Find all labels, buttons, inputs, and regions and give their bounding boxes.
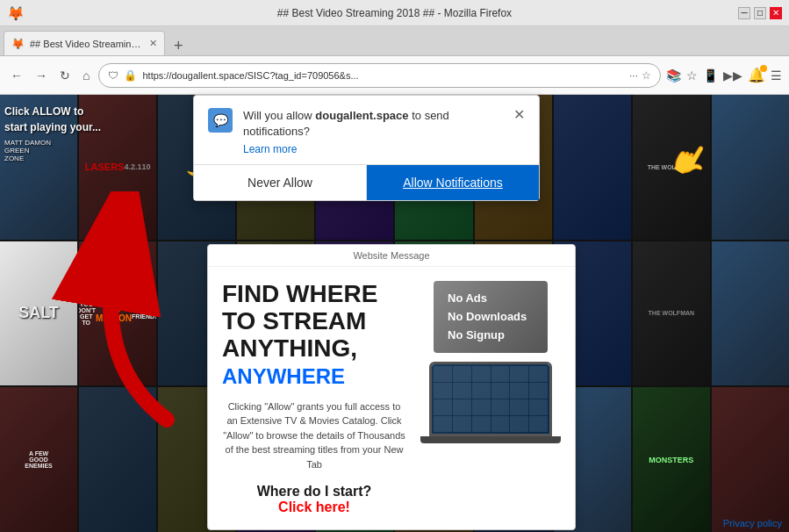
library-icon[interactable]: 📚 bbox=[666, 68, 681, 83]
home-button[interactable]: ⌂ bbox=[79, 65, 93, 86]
popup-left-section: FIND WHERE TO STREAM ANYTHING, ANYWHERE … bbox=[222, 281, 406, 515]
window-controls: ─ □ ✕ bbox=[738, 7, 782, 19]
movie-poster: YOU DON'TGET TO500 MILLIONFRIENDS bbox=[79, 241, 156, 386]
laptop-cell bbox=[434, 416, 452, 432]
options-icon[interactable]: ··· bbox=[629, 69, 638, 82]
new-tab-button[interactable]: + bbox=[169, 37, 189, 55]
popup-main-title: FIND WHERE TO STREAM ANYTHING, bbox=[222, 281, 406, 362]
laptop-cell bbox=[491, 399, 510, 415]
laptop-screen bbox=[432, 364, 549, 434]
laptop-cell bbox=[453, 399, 471, 415]
laptop-cell bbox=[529, 383, 548, 399]
no-ads-line2: No Downloads bbox=[448, 310, 527, 323]
movie-poster bbox=[712, 95, 789, 240]
learn-more-link[interactable]: Learn more bbox=[194, 143, 539, 164]
laptop-cell bbox=[510, 383, 528, 399]
popup-right-section: No Ads No Downloads No Signup bbox=[420, 281, 561, 443]
shield-icon: 🛡 bbox=[108, 69, 118, 82]
laptop-cell bbox=[472, 416, 491, 432]
movie-poster bbox=[554, 95, 631, 240]
synced-tabs-icon[interactable]: 📱 bbox=[703, 68, 718, 83]
website-popup-body: FIND WHERE TO STREAM ANYTHING, ANYWHERE … bbox=[208, 267, 575, 529]
forward-button[interactable]: → bbox=[32, 65, 51, 86]
popup-message: Will you allow dougallent.space to send … bbox=[243, 108, 503, 140]
website-popup-header: Website Message bbox=[208, 245, 575, 267]
notification-dot bbox=[760, 65, 767, 72]
never-allow-button[interactable]: Never Allow bbox=[194, 165, 367, 200]
laptop-base bbox=[420, 436, 561, 443]
cta-text: Where do I start? bbox=[257, 484, 372, 499]
popup-close-button[interactable]: ✕ bbox=[513, 108, 525, 122]
tab-bar: 🦊 ## Best Video Streaming 2... ✕ + bbox=[0, 26, 789, 56]
laptop-preview bbox=[429, 362, 552, 436]
lock-icon: 🔒 bbox=[124, 69, 137, 82]
popup-description: Clicking "Allow" grants you full access … bbox=[222, 399, 406, 472]
laptop-cell bbox=[434, 383, 452, 399]
laptop-cell bbox=[510, 416, 528, 432]
laptop-cell bbox=[434, 399, 452, 415]
laptop-cell bbox=[510, 366, 528, 382]
laptop-cell bbox=[510, 399, 528, 415]
bookmarks-icon[interactable]: ☆ bbox=[686, 68, 698, 83]
active-tab[interactable]: 🦊 ## Best Video Streaming 2... ✕ bbox=[4, 31, 165, 55]
back-button[interactable]: ← bbox=[7, 65, 26, 86]
url-bar[interactable]: 🛡 🔒 https://dougallent.space/SISC?tag_id… bbox=[98, 63, 661, 88]
salt-poster: SALT bbox=[0, 241, 77, 386]
website-message-popup: Website Message FIND WHERE TO STREAM ANY… bbox=[207, 244, 576, 530]
laptop-cell bbox=[529, 399, 548, 415]
laptop-cell bbox=[453, 416, 471, 432]
popup-site: dougallent.space bbox=[315, 109, 408, 122]
laptop-cell bbox=[491, 383, 510, 399]
allow-notifications-label: Allow Notifications bbox=[403, 176, 503, 190]
movie-poster bbox=[712, 387, 789, 532]
laptop-cell bbox=[453, 366, 471, 382]
laptop-cell bbox=[491, 416, 510, 432]
laptop-cell bbox=[472, 366, 491, 382]
anywhere-text: ANYWHERE bbox=[222, 364, 345, 388]
background-actor-text: MATT DAMONGREENZONE bbox=[4, 139, 51, 162]
allow-notifications-button[interactable]: Allow Notifications bbox=[367, 165, 539, 200]
minimize-button[interactable]: ─ bbox=[738, 7, 750, 19]
no-ads-line1: No Ads bbox=[448, 291, 487, 305]
popup-sub-title: ANYWHERE bbox=[222, 365, 406, 388]
laptop-cell bbox=[472, 383, 491, 399]
url-text: https://dougallent.space/SISC?tag_id=709… bbox=[142, 70, 624, 81]
cta-link[interactable]: Click here! bbox=[278, 500, 350, 514]
tab-title: ## Best Video Streaming 2... bbox=[30, 39, 144, 49]
notification-icon[interactable]: 🔔 bbox=[748, 67, 765, 83]
laptop-cell bbox=[453, 383, 471, 399]
title-bar: 🦊 ## Best Video Streaming 2018 ## - Mozi… bbox=[0, 0, 789, 26]
laptop-cell bbox=[434, 366, 452, 382]
chat-icon: 💬 bbox=[208, 108, 233, 133]
laptop-cell bbox=[529, 366, 548, 382]
no-ads-box: No Ads No Downloads No Signup bbox=[434, 281, 548, 353]
privacy-policy-link[interactable]: Privacy policy bbox=[723, 518, 782, 528]
maximize-button[interactable]: □ bbox=[754, 7, 766, 19]
popup-buttons: Never Allow Allow Notifications bbox=[194, 164, 539, 200]
address-bar: ← → ↻ ⌂ 🛡 🔒 https://dougallent.space/SIS… bbox=[0, 56, 789, 95]
laptop-cell bbox=[529, 416, 548, 432]
background-click-allow-text: Click ALLOW tostart playing your... bbox=[4, 104, 101, 135]
bookmark-icon[interactable]: ☆ bbox=[642, 69, 651, 82]
close-button[interactable]: ✕ bbox=[770, 7, 782, 19]
popup-header: 💬 Will you allow dougallent.space to sen… bbox=[194, 96, 539, 143]
movie-poster: A FEWGOODENEMIES bbox=[0, 387, 77, 532]
laptop-cell bbox=[491, 366, 510, 382]
extensions-icon[interactable]: ▶▶ bbox=[723, 68, 742, 83]
firefox-icon: 🦊 bbox=[7, 5, 23, 21]
laptop-cell bbox=[472, 399, 491, 415]
movie-poster: THE WOLFMAN bbox=[633, 241, 710, 386]
movie-poster bbox=[79, 387, 156, 532]
popup-message-prefix: Will you allow bbox=[243, 109, 315, 122]
tab-favicon: 🦊 bbox=[11, 38, 25, 50]
tab-close-icon[interactable]: ✕ bbox=[149, 38, 157, 49]
no-ads-line3: No Signup bbox=[448, 328, 505, 341]
popup-cta: Where do I start? Click here! bbox=[222, 484, 406, 515]
notification-popup: 💬 Will you allow dougallent.space to sen… bbox=[193, 95, 540, 201]
menu-icon[interactable]: ☰ bbox=[771, 68, 782, 83]
movie-poster bbox=[712, 241, 789, 386]
window-title: ## Best Video Streaming 2018 ## - Mozill… bbox=[277, 7, 512, 19]
laptop-container bbox=[420, 362, 561, 443]
reload-button[interactable]: ↻ bbox=[56, 65, 74, 86]
toolbar-icons: 📚 ☆ 📱 ▶▶ 🔔 ☰ bbox=[666, 67, 782, 83]
